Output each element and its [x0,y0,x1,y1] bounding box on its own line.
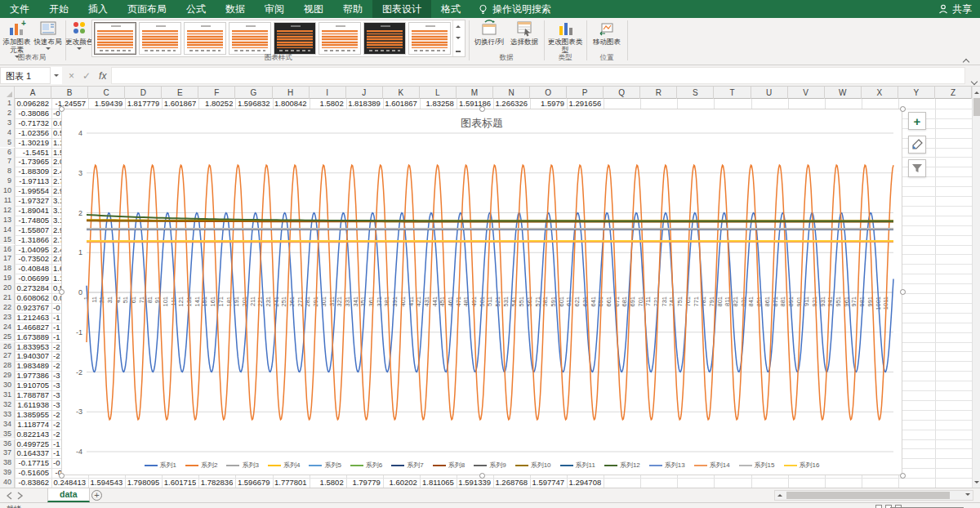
cell-A10[interactable]: -1.99554 [16,186,49,196]
cell-A6[interactable]: -1.5451 [16,148,49,158]
chart-filters-button[interactable] [908,159,926,177]
chart-selection-handle[interactable] [59,473,65,479]
column-header-J[interactable]: J [346,87,383,99]
row-header-15[interactable]: 15 [0,235,15,245]
cell-A19[interactable]: -0.06699 [16,274,49,283]
row-header-24[interactable]: 24 [0,323,15,332]
sheet-tab-data[interactable]: data [47,488,90,502]
column-header-K[interactable]: K [383,87,420,99]
cell-A33[interactable]: 1.385955 [16,410,49,420]
sheet-nav-arrows[interactable] [7,492,28,500]
name-box[interactable]: 图表 1 [0,67,51,84]
enter-icon[interactable]: ✓ [82,70,91,82]
cell-M1[interactable]: 1.591186 [458,99,491,109]
cell-A11[interactable]: -1.97327 [16,196,49,206]
cell-L40[interactable]: 1.811065 [421,478,454,488]
row-header-25[interactable]: 25 [0,332,15,342]
cell-A7[interactable]: -1.73965 [16,157,49,167]
tell-me-search[interactable]: 操作说明搜索 [470,0,559,18]
cell-A9[interactable]: -1.97113 [16,176,49,186]
cancel-icon[interactable]: × [69,70,74,82]
cell-A40[interactable]: -0.83862 [16,478,49,488]
column-header-G[interactable]: G [235,87,272,99]
view-normal-button[interactable] [875,505,882,508]
row-header-2[interactable]: 2 [0,109,15,118]
cell-C1[interactable]: 1.59439 [90,99,122,109]
cell-N1[interactable]: 1.266326 [495,99,528,109]
switch-row-column-button[interactable]: 切换行/列 [472,20,506,46]
chart-title[interactable]: 图表标题 [62,116,902,131]
row-header-40[interactable]: 40 [0,478,15,488]
ribbon-tab-11[interactable]: 格式 [431,0,470,18]
change-colors-button[interactable]: 更改颜色 [65,20,94,52]
cell-F1[interactable]: 1.80252 [200,99,233,109]
cell-N40[interactable]: 1.268768 [495,478,528,488]
ribbon-tab-3[interactable]: 插入 [78,0,118,18]
column-header-Q[interactable]: Q [604,87,640,99]
select-all-corner[interactable] [0,87,15,99]
chart-style-button[interactable] [908,136,926,154]
cell-A3[interactable]: -0.71732 [16,118,49,128]
cell-P1[interactable]: 1.291656 [568,99,601,109]
vertical-scrollbar[interactable] [972,87,980,488]
cell-B40[interactable]: 0.248413 [53,478,86,488]
column-header-B[interactable]: B [51,87,88,99]
cell-A16[interactable]: -1.04095 [16,245,49,255]
insert-function-button[interactable]: fx [99,70,106,82]
cell-A23[interactable]: 1.212463 [16,313,49,323]
cell-L1[interactable]: 1.83258 [421,99,454,109]
chart-selection-handle[interactable] [59,289,65,295]
row-header-11[interactable]: 11 [0,196,15,206]
row-header-14[interactable]: 14 [0,225,15,235]
row-header-31[interactable]: 31 [0,390,15,400]
cell-D40[interactable]: 1.798095 [127,478,159,488]
cell-A31[interactable]: 1.788787 [16,390,49,400]
cell-A20[interactable]: 0.273284 [16,283,49,293]
column-header-A[interactable]: A [15,87,51,99]
row-header-17[interactable]: 17 [0,254,15,264]
cell-C40[interactable]: 1.594543 [90,478,122,488]
column-header-W[interactable]: W [825,87,862,99]
cell-A32[interactable]: 1.611938 [16,400,49,410]
cell-A15[interactable]: -1.31866 [16,235,49,245]
formula-input[interactable] [111,67,965,84]
cell-G40[interactable]: 1.596679 [237,478,270,488]
cell-M40[interactable]: 1.591339 [458,478,491,488]
cell-G1[interactable]: 1.596832 [237,99,270,109]
column-header-V[interactable]: V [788,87,825,99]
row-header-34[interactable]: 34 [0,420,15,430]
cell-A21[interactable]: 0.608062 [16,293,49,303]
cell-A8[interactable]: -1.88309 [16,167,49,176]
cell-A17[interactable]: -0.73502 [16,254,49,264]
chart-selection-handle[interactable] [59,106,65,112]
scroll-up-button[interactable] [973,87,980,97]
column-header-O[interactable]: O [530,87,567,99]
row-header-23[interactable]: 23 [0,313,15,323]
row-header-8[interactable]: 8 [0,167,15,176]
row-header-29[interactable]: 29 [0,371,15,381]
ribbon-tab-10[interactable]: 图表设计 [372,0,431,18]
cell-A25[interactable]: 1.673889 [16,332,49,342]
share-button[interactable]: 共享 [938,0,972,18]
column-header-D[interactable]: D [125,87,162,99]
column-header-L[interactable]: L [420,87,457,99]
row-header-33[interactable]: 33 [0,410,15,420]
change-chart-type-button[interactable]: 更改图表类型 [547,20,583,54]
ribbon-tab-1[interactable]: 文件 [0,0,39,18]
column-header-N[interactable]: N [493,87,530,99]
cell-E40[interactable]: 1.601715 [163,478,196,488]
cell-I40[interactable]: 1.5802 [311,478,344,488]
cell-H40[interactable]: 1.777801 [274,478,307,488]
cell-O1[interactable]: 1.5979 [532,99,564,109]
cell-A39[interactable]: -0.51605 [16,468,49,478]
column-header-I[interactable]: I [310,87,346,99]
cell-P40[interactable]: 1.294708 [568,478,601,488]
ribbon-tab-4[interactable]: 页面布局 [118,0,176,18]
row-header-37[interactable]: 37 [0,448,15,458]
column-header-T[interactable]: T [714,87,751,99]
cell-A37[interactable]: 0.164337 [16,448,49,458]
cell-D1[interactable]: 1.817779 [127,99,159,109]
row-header-26[interactable]: 26 [0,342,15,352]
row-header-19[interactable]: 19 [0,274,15,283]
cell-A28[interactable]: 1.983489 [16,361,49,371]
